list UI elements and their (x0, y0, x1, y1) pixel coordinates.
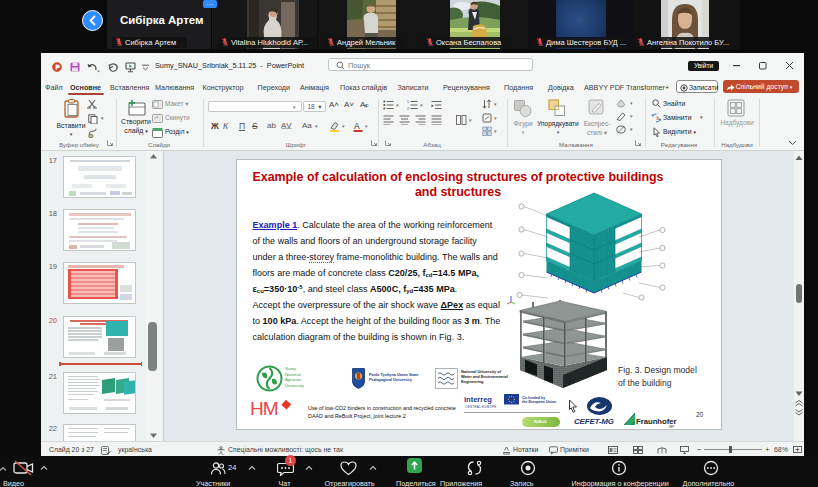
svg-text:b: b (657, 115, 660, 121)
svg-text:2: 2 (407, 107, 409, 110)
svg-text:1: 1 (407, 100, 409, 104)
svg-text:A: A (354, 121, 360, 131)
